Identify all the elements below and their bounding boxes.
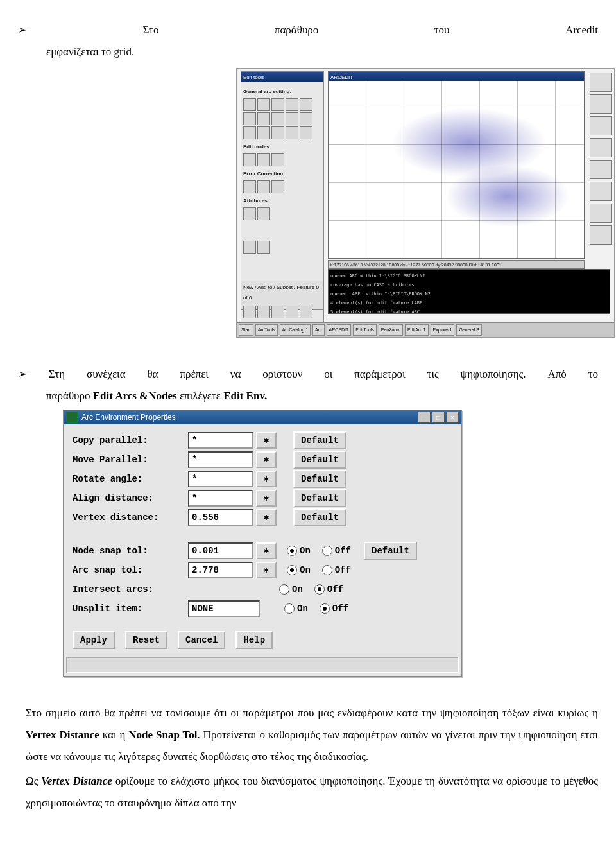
p2-bold-2: Edit Env.	[223, 390, 267, 402]
taskbar-button[interactable]: ARCEDIT	[327, 324, 352, 336]
tool-button[interactable]	[243, 180, 256, 193]
taskbar-button[interactable]: EditArc 1	[405, 324, 428, 336]
taskbar-button[interactable]: PanZoom	[379, 324, 403, 336]
taskbar-button[interactable]: Start	[239, 324, 253, 336]
crosshair-button[interactable]: ✱	[256, 451, 277, 468]
tool-button[interactable]	[286, 126, 298, 139]
panzoom-button[interactable]	[590, 138, 612, 157]
tool-button[interactable]	[271, 98, 284, 111]
input-copy-parallel[interactable]: *	[188, 432, 253, 449]
tool-button[interactable]	[243, 112, 256, 125]
input-move-parallel[interactable]: *	[188, 451, 253, 468]
p2-w: παράμετροι	[354, 363, 406, 385]
tool-button[interactable]	[243, 241, 256, 254]
taskbar-button[interactable]: ArcCatalog 1	[280, 324, 311, 336]
cursor-button[interactable]	[257, 306, 270, 318]
radio-arc-off[interactable]	[322, 565, 332, 575]
tool-button[interactable]	[257, 241, 270, 254]
panzoom-button[interactable]	[590, 204, 612, 223]
cursor-button[interactable]	[243, 306, 256, 318]
panzoom-button[interactable]	[590, 182, 612, 201]
taskbar-button[interactable]: ArcTools	[255, 324, 278, 336]
windows-taskbar: Start ArcTools ArcCatalog 1 Arc ARCEDIT …	[237, 322, 614, 337]
default-button[interactable]: Default	[293, 470, 346, 488]
apply-button[interactable]: Apply	[73, 631, 115, 649]
tool-button[interactable]	[257, 112, 270, 125]
crosshair-button[interactable]: ✱	[256, 471, 277, 487]
map-canvas[interactable]	[329, 81, 584, 258]
label-vertex-distance: Vertex distance:	[73, 508, 188, 526]
body-paragraph-2: Ως Vertex Distance ορίζουμε το ελάχιστο …	[18, 770, 598, 814]
taskbar-button[interactable]: EditTools	[353, 324, 376, 336]
radio-node-on[interactable]	[287, 546, 297, 556]
label-arc-snap-tol: Arc snap tol:	[73, 561, 188, 579]
minimize-button[interactable]: _	[418, 412, 431, 423]
tool-button[interactable]	[300, 98, 312, 111]
tool-button[interactable]	[271, 126, 284, 139]
tool-button[interactable]	[271, 180, 284, 193]
radio-label-off: Off	[332, 600, 348, 618]
crosshair-button[interactable]: ✱	[256, 432, 277, 449]
crosshair-button[interactable]: ✱	[256, 509, 277, 526]
p2-w: πρέπει	[180, 363, 209, 385]
close-button[interactable]: ×	[446, 412, 459, 423]
radio-unsplit-off[interactable]	[320, 603, 330, 614]
maximize-button[interactable]: □	[432, 412, 445, 423]
label-intersect-arcs: Intersect arcs:	[73, 580, 188, 598]
tool-button[interactable]	[243, 98, 256, 111]
radio-unsplit-on[interactable]	[284, 603, 295, 614]
tool-button[interactable]	[243, 153, 256, 166]
default-button[interactable]: Default	[293, 451, 346, 469]
tool-button[interactable]	[257, 180, 270, 193]
tool-button[interactable]	[243, 126, 256, 139]
input-rotate-angle[interactable]: *	[188, 471, 253, 487]
crosshair-button[interactable]: ✱	[256, 542, 277, 559]
label-error-correction: Error Correction:	[243, 169, 321, 179]
help-button[interactable]: Help	[235, 631, 273, 649]
tool-button[interactable]	[257, 207, 270, 220]
crosshair-button[interactable]: ✱	[256, 562, 277, 578]
tool-button[interactable]	[257, 126, 270, 139]
input-vertex-distance[interactable]: 0.556	[188, 509, 253, 526]
p1-w2: παράθυρο	[275, 19, 318, 41]
panzoom-button[interactable]	[590, 73, 612, 92]
tool-button[interactable]	[271, 153, 284, 166]
input-arc-snap-tol[interactable]: 2.778	[188, 562, 253, 578]
cursor-button[interactable]	[286, 306, 298, 318]
radio-intersect-off[interactable]	[314, 584, 325, 595]
reset-button[interactable]: Reset	[125, 631, 167, 649]
radio-arc-on[interactable]	[287, 565, 297, 575]
tool-button[interactable]	[257, 153, 270, 166]
crosshair-button[interactable]: ✱	[256, 490, 277, 507]
default-button[interactable]: Default	[293, 508, 346, 526]
label-rotate-angle: Rotate angle:	[73, 470, 188, 488]
input-align-distance[interactable]: *	[188, 490, 253, 507]
input-node-snap-tol[interactable]: 0.001	[188, 542, 253, 559]
taskbar-button[interactable]: Explorer1	[431, 324, 455, 336]
default-button[interactable]: Default	[293, 431, 346, 449]
radio-node-off[interactable]	[322, 546, 332, 556]
panzoom-button[interactable]	[590, 225, 612, 245]
taskbar-button[interactable]: General B	[456, 324, 482, 336]
tool-button[interactable]	[300, 126, 312, 139]
label-node-snap-tol: Node snap tol:	[73, 542, 188, 560]
paragraph-2: ➢ Στη συνέχεια θα πρέπει να οριστούν οι …	[18, 363, 598, 407]
cursor-button[interactable]	[300, 306, 312, 318]
tool-button[interactable]	[286, 112, 298, 125]
panzoom-button[interactable]	[590, 116, 612, 135]
panzoom-button[interactable]	[590, 160, 612, 179]
tool-button[interactable]	[243, 207, 256, 220]
tool-button[interactable]	[286, 98, 298, 111]
label-general-arc-editing: General arc editing:	[243, 87, 321, 97]
taskbar-button[interactable]: Arc	[312, 324, 325, 336]
cancel-button[interactable]: Cancel	[178, 631, 225, 649]
tool-button[interactable]	[271, 112, 284, 125]
tool-button[interactable]	[300, 112, 312, 125]
panzoom-button[interactable]	[590, 94, 612, 114]
default-button[interactable]: Default	[364, 542, 417, 560]
radio-intersect-on[interactable]	[279, 584, 289, 595]
tool-button[interactable]	[257, 98, 270, 111]
input-unsplit-item[interactable]: NONE	[188, 600, 260, 617]
cursor-button[interactable]	[271, 306, 284, 318]
default-button[interactable]: Default	[293, 489, 346, 507]
